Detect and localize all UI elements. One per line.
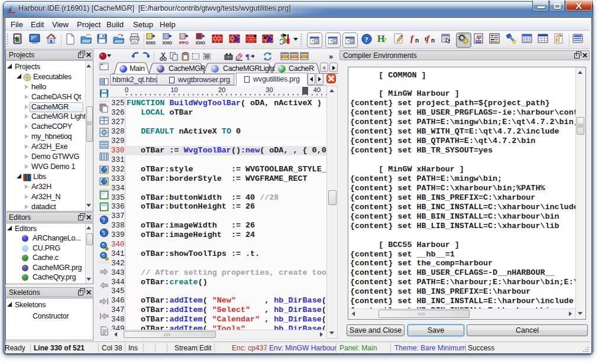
svg-text:?: ? [365,35,368,44]
svg-text:10: 10 [170,86,177,93]
svg-text:IOIO: IOIO [163,40,172,45]
svg-text:30: 30 [266,86,273,93]
svg-text:?: ? [102,217,105,223]
svg-text:i: i [103,230,105,236]
svg-text:40: 40 [313,86,321,93]
svg-text:IOIO: IOIO [196,40,205,45]
svg-text:¶: ¶ [245,52,250,61]
svg-text:0: 0 [125,86,128,93]
svg-text:n: n [431,37,435,44]
svg-text:20: 20 [218,86,225,93]
svg-text:f: f [410,34,415,43]
svg-text:PPO: PPO [179,40,189,45]
svg-text:?: ? [383,37,387,44]
svg-text:n: n [415,37,419,44]
svg-text:IOIO: IOIO [146,40,156,45]
svg-text:f: f [426,34,431,43]
